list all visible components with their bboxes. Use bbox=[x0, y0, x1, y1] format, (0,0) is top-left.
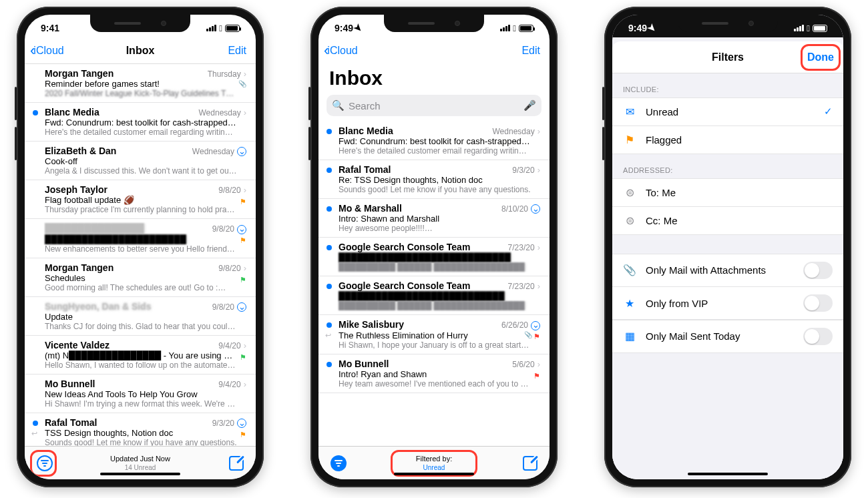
unread-dot bbox=[327, 245, 332, 250]
back-button[interactable]: ‹iCloud bbox=[30, 43, 64, 58]
toolbar-status[interactable]: Filtered by: Unread bbox=[416, 454, 452, 472]
compose-icon[interactable] bbox=[523, 456, 537, 471]
filter-row-cc-me[interactable]: ⊜ Cc: Me bbox=[612, 206, 843, 235]
nav-bar: ‹iCloud Edit bbox=[318, 37, 550, 64]
mail-row[interactable]: Google Search Console Team7/23/20›██████… bbox=[318, 276, 550, 315]
subject: Schedules bbox=[45, 273, 246, 283]
subject: (mt) N███████████████ - You are using a… bbox=[45, 350, 246, 360]
date: 9/8/20 bbox=[218, 186, 240, 195]
preview: ██████████ ██████ ████████████████ bbox=[339, 301, 540, 310]
subject: Update bbox=[45, 312, 246, 322]
mail-row[interactable]: Mo & Marshall8/10/20⌄Intro: Shawn and Ma… bbox=[318, 199, 550, 238]
mail-row[interactable]: ↩Mike Salisbury6/26/20⌄The Ruthless Elim… bbox=[318, 315, 550, 354]
home-indicator[interactable] bbox=[100, 473, 180, 475]
date: Wednesday bbox=[199, 108, 241, 117]
modal-title: Filters bbox=[712, 51, 744, 63]
date: 9/8/20 bbox=[218, 264, 240, 273]
sender: SungHyeon, Dan & Sids bbox=[45, 301, 208, 312]
mail-row[interactable]: Rafal Tomal9/3/20›Re: TSS Design thought… bbox=[318, 160, 550, 199]
home-indicator[interactable] bbox=[688, 473, 768, 475]
thread-icon[interactable]: ⌄ bbox=[237, 225, 246, 234]
filter-row-to-me[interactable]: ⊜ To: Me bbox=[612, 178, 843, 207]
mic-icon[interactable]: 🎤 bbox=[523, 99, 536, 111]
thread-icon[interactable]: ⌄ bbox=[237, 302, 246, 312]
mail-row[interactable]: Google Search Console Team7/23/20›██████… bbox=[318, 238, 550, 276]
phone-3: 9:49➤ 􀙇 Filters Done INCLUDE: ✉︎ Unread … bbox=[604, 7, 851, 487]
chevron-right-icon: › bbox=[537, 281, 540, 291]
mail-row[interactable]: Blanc MediaWednesday›Fwd: Conundrum: bes… bbox=[318, 121, 550, 160]
edit-button[interactable]: Edit bbox=[228, 45, 246, 57]
toggle[interactable] bbox=[803, 328, 833, 345]
phone-2: 9:49➤ 􀙇 ‹iCloud Edit Inbox 🔍 Search 🎤 Bl… bbox=[310, 7, 558, 487]
mail-row[interactable]: ███████████████9/8/20⌄██████████████████… bbox=[25, 219, 256, 258]
thread-icon[interactable]: ⌄ bbox=[237, 147, 246, 156]
sender: Mo Bunnell bbox=[339, 358, 508, 369]
date: 9/4/20 bbox=[218, 380, 240, 389]
thread-icon[interactable]: ⌄ bbox=[531, 204, 540, 214]
signal-icon bbox=[206, 25, 216, 31]
toggle[interactable] bbox=[803, 294, 833, 312]
filter-icon[interactable] bbox=[331, 455, 347, 471]
mail-row[interactable]: Joseph Taylor9/8/20›Flag football update… bbox=[25, 180, 256, 219]
filter-row-flagged[interactable]: ⚑ Flagged bbox=[612, 126, 843, 154]
toggle[interactable] bbox=[803, 262, 833, 279]
mail-row[interactable]: SungHyeon, Dan & Sids9/8/20⌄UpdateThanks… bbox=[25, 297, 256, 336]
mail-row[interactable]: Vicente Valdez9/4/20›(mt) N█████████████… bbox=[25, 336, 256, 375]
location-icon: ➤ bbox=[352, 21, 365, 35]
sender: Mike Salisbury bbox=[339, 319, 497, 330]
notch bbox=[678, 15, 778, 32]
mail-row[interactable]: Mo Bunnell5/6/20›Intro! Ryan and ShawnHe… bbox=[318, 354, 550, 393]
notch bbox=[90, 15, 190, 32]
check-icon: ✓ bbox=[824, 105, 833, 117]
flag-icon: ⚑ bbox=[623, 134, 636, 146]
preview: Hi Shawn, I hope your January is off to … bbox=[339, 340, 540, 350]
mail-row[interactable]: Mo Bunnell9/4/20›New Ideas And Tools To … bbox=[25, 375, 256, 413]
attachment-icon: 📎 bbox=[524, 331, 532, 338]
status-time: 9:49➤ bbox=[335, 23, 363, 33]
to-icon: ⊜ bbox=[623, 186, 636, 199]
preview: New enhancements to better serve you Hel… bbox=[45, 244, 246, 254]
back-button[interactable]: ‹iCloud bbox=[324, 43, 358, 58]
flag-icon: ⚑ bbox=[240, 431, 246, 439]
thread-icon[interactable]: ⌄ bbox=[531, 321, 540, 330]
home-indicator[interactable] bbox=[394, 473, 474, 475]
flag-icon: ⚑ bbox=[533, 332, 540, 341]
date: 5/6/20 bbox=[512, 360, 534, 369]
sender: Vicente Valdez bbox=[45, 340, 214, 350]
date: Wednesday bbox=[493, 127, 535, 136]
mail-list[interactable]: Blanc MediaWednesday›Fwd: Conundrum: bes… bbox=[318, 121, 550, 446]
subject: Flag football update 🏈 bbox=[45, 195, 246, 205]
filter-row-vip[interactable]: ★ Only from VIP bbox=[612, 286, 843, 320]
thread-icon[interactable]: ⌄ bbox=[237, 419, 246, 428]
subject: Re: TSS Design thoughts, Notion doc bbox=[339, 175, 540, 185]
status-icons: 􀙇 bbox=[206, 23, 240, 33]
sender: Rafal Tomal bbox=[339, 164, 508, 175]
sender: Morgan Tangen bbox=[45, 68, 204, 79]
search-bar[interactable]: 🔍 Search 🎤 bbox=[327, 95, 541, 116]
calendar-icon: ▦ bbox=[623, 330, 636, 342]
nav-bar: ‹iCloud Inbox Edit bbox=[25, 37, 256, 64]
filter-row-today[interactable]: ▦ Only Mail Sent Today bbox=[612, 320, 843, 353]
preview: Good morning all! The schedules are out!… bbox=[45, 283, 246, 292]
mail-row[interactable]: ElizaBeth & DanWednesday⌄Cook-offAngela … bbox=[25, 142, 256, 180]
filter-row-attachments[interactable]: 📎 Only Mail with Attachments bbox=[612, 254, 843, 287]
preview: Here's the detailed customer email regar… bbox=[45, 128, 246, 137]
mail-list[interactable]: Morgan TangenThursday›Reminder before ga… bbox=[25, 64, 256, 446]
mail-row[interactable]: Morgan TangenThursday›Reminder before ga… bbox=[25, 64, 256, 103]
sender: Blanc Media bbox=[45, 107, 195, 117]
edit-button[interactable]: Edit bbox=[521, 45, 540, 57]
paperclip-icon: 📎 bbox=[623, 264, 636, 276]
compose-icon[interactable] bbox=[229, 456, 244, 471]
attachment-icon: 📎 bbox=[238, 80, 246, 87]
filter-icon[interactable] bbox=[37, 455, 53, 471]
unread-dot bbox=[327, 168, 332, 173]
subject: Fwd: Conundrum: best toolkit for cash-st… bbox=[45, 117, 246, 128]
mail-row[interactable]: ↩Rafal Tomal9/3/20⌄TSS Design thoughts, … bbox=[25, 413, 256, 446]
mail-row[interactable]: Blanc MediaWednesday›Fwd: Conundrum: bes… bbox=[25, 103, 256, 142]
chevron-right-icon: › bbox=[537, 165, 540, 175]
section-header-addressed: ADDRESSED: bbox=[612, 154, 843, 178]
mail-row[interactable]: Morgan Tangen9/8/20›SchedulesGood mornin… bbox=[25, 258, 256, 297]
done-button[interactable]: Done bbox=[807, 51, 834, 63]
filter-row-unread[interactable]: ✉︎ Unread ✓ bbox=[612, 97, 843, 126]
date: 9/3/20 bbox=[212, 419, 234, 428]
